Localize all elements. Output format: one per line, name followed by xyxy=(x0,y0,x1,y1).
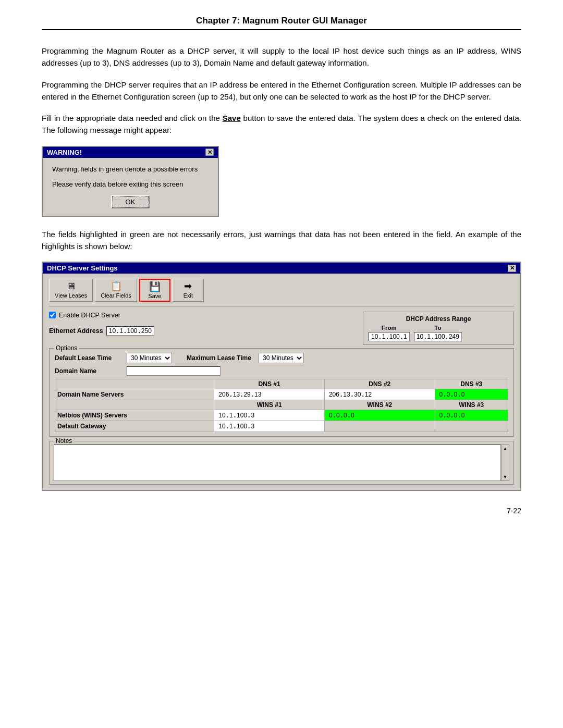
dns2-header: DNS #2 xyxy=(324,379,435,389)
eth-ip-3: 100 xyxy=(126,327,138,335)
ethernet-address-field[interactable]: 10 . 1 . 100 . 250 xyxy=(106,326,154,336)
view-leases-label: View Leases xyxy=(55,292,87,299)
dhcp-to-label: To xyxy=(434,325,441,331)
domain-name-input[interactable] xyxy=(127,366,221,376)
lease-time-row: Default Lease Time 30 Minutes Maximum Le… xyxy=(55,353,508,363)
dhcp-address-range-box: DHCP Address Range From 10 . 1 . 100 . xyxy=(363,312,514,345)
dhcp-body: 🖥 View Leases 📋 Clear Fields 💾 Save ➡ Ex… xyxy=(43,274,520,490)
default-gateway-empty-2 xyxy=(324,421,435,431)
scroll-down-arrow[interactable]: ▼ xyxy=(502,473,509,480)
to-ip-4: 249 xyxy=(448,333,460,340)
paragraph-3-after: button to save the entered data. The sys… xyxy=(42,114,521,134)
to-ip-2: 1 xyxy=(427,333,432,340)
dns3-field-green[interactable]: 0. 0. 0. 0 xyxy=(435,389,508,400)
from-ip-1: 10 xyxy=(371,333,378,340)
enable-dhcp-label: Enable DHCP Server xyxy=(59,312,120,319)
exit-icon: ➡ xyxy=(184,281,192,292)
dns3-header: DNS #3 xyxy=(435,379,508,389)
warning-message-2: Please verify data before exiting this s… xyxy=(52,180,209,188)
dhcp-range-row: From 10 . 1 . 100 . 1 xyxy=(369,325,508,341)
paragraph-1: Programming the Magnum Router as a DHCP … xyxy=(42,45,521,69)
dhcp-top-row: Enable DHCP Server Ethernet Address 10 .… xyxy=(49,312,514,345)
max-lease-select[interactable]: 30 Minutes xyxy=(259,353,304,363)
view-leases-icon: 🖥 xyxy=(66,281,76,292)
save-button[interactable]: 💾 Save xyxy=(139,279,170,302)
exit-button[interactable]: ➡ Exit xyxy=(173,279,204,302)
dhcp-from-field[interactable]: 10 . 1 . 100 . 1 xyxy=(369,332,410,341)
from-ip-2: 1 xyxy=(382,333,386,340)
enable-dhcp-checkbox[interactable] xyxy=(49,312,56,318)
wins2-field-green[interactable]: 0. 0. 0. 0 xyxy=(324,410,435,421)
wins1-field[interactable]: 10. 1. 100. 3 xyxy=(214,410,325,421)
wins3-field-green[interactable]: 0. 0. 0. 0 xyxy=(435,410,508,421)
default-lease-label: Default Lease Time xyxy=(55,354,123,362)
paragraph-3: Fill in the appropriate data needed and … xyxy=(42,112,521,137)
dns1-header: DNS #1 xyxy=(214,379,325,389)
warning-ok-button[interactable]: OK xyxy=(111,195,150,208)
dns2-field[interactable]: 206. 13. 30. 12 xyxy=(324,389,435,400)
wins3-header: WINS #3 xyxy=(435,400,508,410)
save-emphasis: Save xyxy=(223,114,241,122)
clear-fields-icon: 📋 xyxy=(111,281,122,292)
notes-legend: Notes xyxy=(54,437,74,445)
dhcp-close-button[interactable]: ✕ xyxy=(508,265,516,272)
page-number: 7-22 xyxy=(42,507,521,515)
clear-fields-label: Clear Fields xyxy=(101,292,131,299)
dhcp-to-col: To 10 . 1 . 100 . 249 xyxy=(414,325,462,341)
wins-header-empty xyxy=(55,400,214,410)
eth-ip-2: 1 xyxy=(119,327,124,335)
default-gateway-empty-3 xyxy=(435,421,508,431)
notes-box: Notes ▲ ▼ xyxy=(49,441,514,485)
exit-label: Exit xyxy=(183,292,193,299)
enable-dhcp-row: Enable DHCP Server xyxy=(49,312,358,319)
ethernet-address-row: Ethernet Address 10 . 1 . 100 . 250 xyxy=(49,326,358,336)
domain-name-label: Domain Name xyxy=(55,367,123,375)
notes-textarea[interactable] xyxy=(54,445,501,481)
max-lease-row: Maximum Lease Time 30 Minutes xyxy=(187,353,304,363)
warning-close-button[interactable]: ✕ xyxy=(205,149,214,156)
save-icon: 💾 xyxy=(149,281,161,293)
default-lease-select[interactable]: 30 Minutes xyxy=(127,353,172,363)
ethernet-address-label: Ethernet Address xyxy=(49,327,103,335)
view-leases-button[interactable]: 🖥 View Leases xyxy=(49,279,93,302)
dns-wins-table: DNS #1 DNS #2 DNS #3 Domain Name Servers… xyxy=(55,379,508,432)
options-box: Options Default Lease Time 30 Minutes Ma… xyxy=(49,348,514,437)
domain-name-servers-row: Domain Name Servers 206. 13. 29. 13 xyxy=(55,389,508,400)
clear-fields-button[interactable]: 📋 Clear Fields xyxy=(95,279,137,302)
scroll-up-arrow[interactable]: ▲ xyxy=(502,445,509,452)
dhcp-titlebar: DHCP Server Settings ✕ xyxy=(43,263,520,274)
domain-name-row: Domain Name xyxy=(55,366,508,376)
notes-inner: ▲ ▼ xyxy=(54,445,509,481)
chapter-rule xyxy=(42,29,521,30)
warning-body: Warning, fields in green denote a possib… xyxy=(43,158,218,216)
dhcp-toolbar: 🖥 View Leases 📋 Clear Fields 💾 Save ➡ Ex… xyxy=(49,279,514,306)
paragraph-2: Programming the DHCP server requires tha… xyxy=(42,79,521,103)
save-label: Save xyxy=(148,293,161,299)
warning-title: WARNING! xyxy=(47,149,82,156)
default-gateway-field[interactable]: 10. 1. 100. 3 xyxy=(214,421,325,431)
options-legend: Options xyxy=(54,344,79,352)
from-ip-4: 1 xyxy=(403,333,408,340)
default-gateway-label: Default Gateway xyxy=(55,421,214,431)
dns-table-header-empty xyxy=(55,379,214,389)
to-ip-1: 10 xyxy=(416,333,424,340)
notes-scrollbar: ▲ ▼ xyxy=(501,445,509,481)
from-ip-3: 100 xyxy=(389,333,400,340)
dhcp-to-field[interactable]: 10 . 1 . 100 . 249 xyxy=(414,332,462,341)
warning-message-1: Warning, fields in green denote a possib… xyxy=(52,165,209,173)
eth-ip-1: 10 xyxy=(108,327,116,335)
dns1-field[interactable]: 206. 13. 29. 13 xyxy=(214,389,325,400)
after-warning-text: The fields highlighted in green are not … xyxy=(42,228,521,253)
dhcp-range-title: DHCP Address Range xyxy=(369,315,508,323)
default-gateway-row: Default Gateway 10. 1. 100. 3 xyxy=(55,421,508,431)
dhcp-from-label: From xyxy=(382,325,397,331)
wins2-header: WINS #2 xyxy=(324,400,435,410)
netbios-wins-row: Netbios (WINS) Servers 10. 1. 100. 3 xyxy=(55,410,508,421)
dhcp-from-col: From 10 . 1 . 100 . 1 xyxy=(369,325,410,341)
netbios-label: Netbios (WINS) Servers xyxy=(55,410,214,421)
warning-titlebar: WARNING! ✕ xyxy=(43,147,218,158)
eth-ip-4: 250 xyxy=(141,327,152,335)
wins-header-row: WINS #1 WINS #2 WINS #3 xyxy=(55,400,508,410)
dhcp-top-left: Enable DHCP Server Ethernet Address 10 .… xyxy=(49,312,358,345)
domain-name-servers-label: Domain Name Servers xyxy=(55,389,214,400)
